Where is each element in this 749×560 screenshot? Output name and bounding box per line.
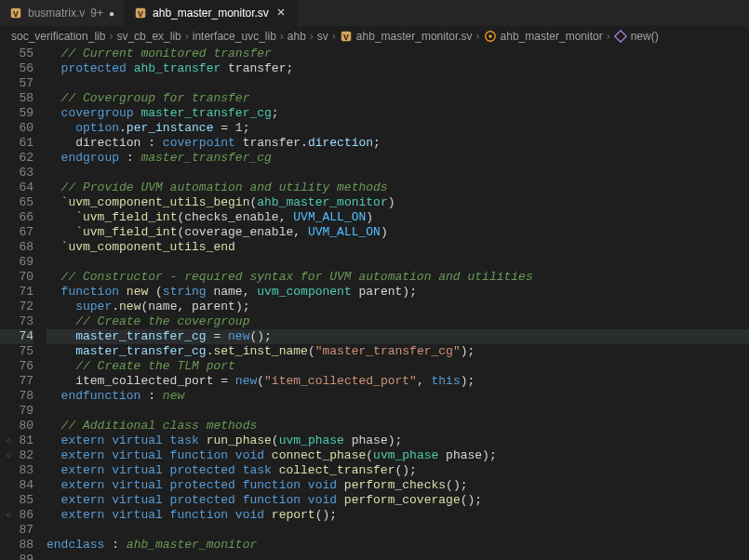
code-line[interactable] — [47, 255, 749, 270]
code-line[interactable]: extern virtual function void connect_pha… — [47, 448, 749, 463]
breadcrumb-item[interactable]: ahb_master_monitor — [484, 30, 603, 43]
fold-marker-icon[interactable]: ◇ — [2, 433, 11, 448]
code-line[interactable]: protected ahb_transfer transfer; — [47, 61, 749, 76]
code-line[interactable]: master_transfer_cg.set_inst_name("master… — [47, 344, 749, 359]
code-area[interactable]: // Current monitored transfer protected … — [47, 47, 749, 560]
code-line[interactable]: extern virtual function void report(); — [47, 508, 749, 523]
code-line[interactable]: extern virtual protected function void p… — [47, 493, 749, 508]
line-number: 59 — [0, 106, 33, 121]
breadcrumb-label: ahb_master_monitor — [501, 30, 603, 43]
breadcrumb-label: sv_cb_ex_lib — [116, 30, 181, 43]
breadcrumb-label: sv — [317, 30, 328, 43]
code-line[interactable]: item_collected_port = new("item_collecte… — [47, 374, 749, 389]
code-line[interactable]: endfunction : new — [47, 389, 749, 404]
code-line[interactable]: `uvm_component_utils_begin(ahb_master_mo… — [47, 195, 749, 210]
code-line[interactable]: function new (string name, uvm_component… — [47, 285, 749, 300]
svg-point-7 — [488, 34, 492, 38]
code-line[interactable]: extern virtual protected function void p… — [47, 478, 749, 493]
breadcrumb-item[interactable]: Vahb_master_monitor.sv — [340, 30, 473, 43]
code-line[interactable]: // Covergroup for transfer — [47, 91, 749, 106]
class-icon — [484, 30, 497, 43]
tab[interactable]: Vbusmatrix.v9+● — [0, 0, 125, 26]
code-line[interactable]: // Create the TLM port — [47, 359, 749, 374]
line-number: 68 — [0, 240, 33, 255]
code-line[interactable]: direction : coverpoint transfer.directio… — [47, 136, 749, 151]
breadcrumb-item[interactable]: sv_cb_ex_lib — [116, 30, 181, 43]
code-line[interactable]: covergroup master_transfer_cg; — [47, 106, 749, 121]
line-number: 55 — [0, 47, 33, 61]
line-number: ◇81 — [0, 433, 33, 448]
line-number: 61 — [0, 136, 33, 151]
code-line[interactable] — [47, 76, 749, 91]
close-icon[interactable] — [274, 7, 288, 20]
line-number: 84 — [0, 478, 33, 493]
line-number: 72 — [0, 300, 33, 314]
code-line[interactable]: // Constructor - required syntax for UVM… — [47, 270, 749, 285]
line-number: 77 — [0, 374, 33, 389]
tab-bar: Vbusmatrix.v9+●Vahb_master_monitor.sv — [0, 0, 749, 26]
code-line[interactable]: super.new(name, parent); — [47, 300, 749, 314]
breadcrumb-label: ahb_master_monitor.sv — [356, 30, 473, 43]
line-number: 70 — [0, 270, 33, 285]
code-line[interactable]: master_transfer_cg = new(); — [47, 329, 749, 344]
chevron-right-icon: › — [476, 30, 480, 43]
fold-marker-icon[interactable]: ◇ — [2, 508, 11, 523]
code-line[interactable]: // Additional class methods — [47, 419, 749, 433]
tab-label: ahb_master_monitor.sv — [153, 7, 269, 20]
chevron-right-icon: › — [332, 30, 336, 43]
line-number: 79 — [0, 404, 33, 419]
verilog-icon: V — [340, 30, 353, 43]
method-icon — [614, 30, 627, 43]
line-number: ◇86 — [0, 508, 33, 523]
line-number: 74 — [0, 329, 33, 344]
line-number: ◇82 — [0, 448, 33, 463]
svg-text:V: V — [343, 32, 349, 41]
code-line[interactable]: `uvm_component_utils_end — [47, 240, 749, 255]
code-line[interactable] — [47, 166, 749, 180]
line-number: 67 — [0, 225, 33, 240]
tab-badge: 9+ — [90, 7, 103, 20]
chevron-right-icon: › — [109, 30, 113, 43]
line-number: 73 — [0, 314, 33, 329]
svg-text:V: V — [138, 9, 143, 19]
editor: 5556575859606162636465666768697071727374… — [0, 47, 749, 560]
code-line[interactable]: // Provide UVM automation and utility me… — [47, 180, 749, 195]
breadcrumb-item[interactable]: new() — [614, 30, 659, 43]
line-number: 78 — [0, 389, 33, 404]
breadcrumb-item[interactable]: ahb — [288, 30, 306, 43]
code-line[interactable]: extern virtual protected task collect_tr… — [47, 463, 749, 478]
code-line[interactable] — [47, 553, 749, 560]
svg-rect-8 — [614, 30, 625, 41]
line-number: 76 — [0, 359, 33, 374]
code-line[interactable]: endgroup : master_transfer_cg — [47, 151, 749, 166]
line-number: 87 — [0, 523, 33, 538]
code-line[interactable]: option.per_instance = 1; — [47, 121, 749, 136]
tab[interactable]: Vahb_master_monitor.sv — [125, 0, 298, 26]
code-line[interactable]: `uvm_field_int(coverage_enable, UVM_ALL_… — [47, 225, 749, 240]
code-line[interactable]: extern virtual task run_phase(uvm_phase … — [47, 433, 749, 448]
tab-label: busmatrix.v — [28, 7, 85, 20]
fold-marker-icon[interactable]: ◇ — [2, 448, 11, 463]
code-line[interactable] — [47, 404, 749, 419]
line-number: 66 — [0, 210, 33, 225]
line-number: 56 — [0, 61, 33, 76]
breadcrumb-item[interactable]: soc_verification_lib — [11, 30, 105, 43]
line-number: 62 — [0, 151, 33, 166]
breadcrumb-label: new() — [631, 30, 659, 43]
code-line[interactable]: `uvm_field_int(checks_enable, UVM_ALL_ON… — [47, 210, 749, 225]
code-line[interactable]: // Current monitored transfer — [47, 47, 749, 61]
code-line[interactable]: endclass : ahb_master_monitor — [47, 538, 749, 553]
line-number: 65 — [0, 195, 33, 210]
breadcrumb-item[interactable]: sv — [317, 30, 328, 43]
breadcrumb-item[interactable]: interface_uvc_lib — [193, 30, 276, 43]
line-number: 63 — [0, 166, 33, 180]
breadcrumb-label: interface_uvc_lib — [193, 30, 276, 43]
line-number: 88 — [0, 538, 33, 553]
verilog-icon: V — [9, 7, 22, 20]
breadcrumb: soc_verification_lib›sv_cb_ex_lib›interf… — [0, 26, 749, 47]
line-number: 85 — [0, 493, 33, 508]
breadcrumb-label: soc_verification_lib — [11, 30, 105, 43]
code-line[interactable] — [47, 523, 749, 538]
line-number: 64 — [0, 180, 33, 195]
code-line[interactable]: // Create the covergroup — [47, 314, 749, 329]
